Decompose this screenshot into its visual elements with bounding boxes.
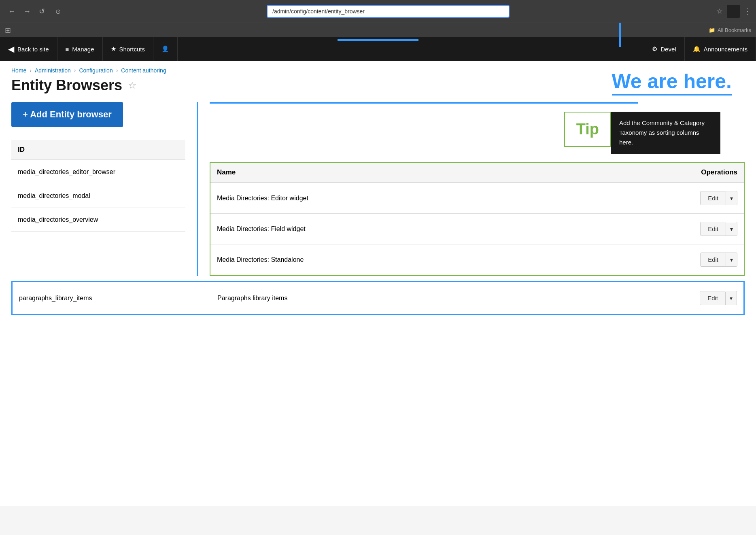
- edit-dropdown[interactable]: ▾: [726, 192, 737, 205]
- user-button[interactable]: 👤: [153, 37, 178, 61]
- apps-icon[interactable]: ⊞: [5, 26, 11, 35]
- table-row: Media Directories: Editor widget Edit ▾: [210, 183, 744, 214]
- devel-label: Devel: [660, 46, 676, 53]
- edit-button-group: Edit ▾: [700, 222, 737, 236]
- edit-dropdown[interactable]: ▾: [725, 292, 737, 305]
- address-bar[interactable]: [267, 5, 510, 18]
- page-title: Entity Browsers: [11, 77, 122, 94]
- tip-label: Tip: [576, 121, 599, 138]
- row-3-operations: Edit ▾: [571, 244, 744, 275]
- paragraphs-id-cell: paragraphs_library_items: [13, 282, 211, 314]
- breadcrumb-administration[interactable]: Administration: [35, 67, 71, 74]
- star-icon: ★: [111, 45, 116, 53]
- row-1-name: Media Directories: Editor widget: [210, 183, 571, 214]
- horizontal-divider: [210, 102, 638, 104]
- manage-button[interactable]: ≡ Manage: [57, 37, 103, 61]
- breadcrumb-sep-2: ›: [74, 67, 76, 74]
- edit-button-group: Edit ▾: [700, 291, 737, 305]
- page-layout: + Add Entity browser ID media_directorie…: [0, 102, 756, 276]
- edit-button[interactable]: Edit: [701, 253, 726, 266]
- row-3-name: Media Directories: Standalone: [210, 244, 571, 275]
- name-column-header: Name: [210, 163, 571, 183]
- back-button[interactable]: ←: [5, 6, 19, 17]
- row-1-operations: Edit ▾: [571, 183, 744, 214]
- gear-icon: ⚙: [652, 45, 657, 53]
- announcements-button[interactable]: 🔔 Announcements: [685, 37, 756, 61]
- we-are-here-underline: [612, 94, 732, 96]
- row-1-id: media_directories_editor_browser: [11, 160, 185, 184]
- highlighted-row-container: paragraphs_library_items Paragraphs libr…: [11, 281, 745, 315]
- reload-button[interactable]: ↺: [36, 5, 48, 17]
- row-2-name: Media Directories: Field widget: [210, 214, 571, 244]
- announcements-label: Announcements: [704, 46, 748, 53]
- row-2-operations: Edit ▾: [571, 214, 744, 244]
- user-icon: 👤: [161, 45, 169, 53]
- id-column-header: ID: [11, 140, 185, 160]
- edit-button[interactable]: Edit: [700, 291, 725, 305]
- back-to-site-label: Back to site: [17, 46, 49, 53]
- table-row: Media Directories: Standalone Edit ▾: [210, 244, 744, 275]
- favorite-icon[interactable]: ☆: [128, 80, 137, 91]
- we-are-here-text: We are here.: [612, 70, 732, 93]
- add-entity-browser-button[interactable]: + Add Entity browser: [11, 102, 123, 127]
- breadcrumb-configuration[interactable]: Configuration: [79, 67, 113, 74]
- back-to-site-button[interactable]: ◀ Back to site: [0, 37, 57, 61]
- shortcuts-label: Shortcuts: [119, 46, 145, 53]
- tip-area: Tip Add the Community & Category Taxonom…: [210, 112, 745, 154]
- browser-chrome: ← → ↺ ⊙ ☆ ⋮: [0, 0, 756, 23]
- highlighted-table-row: paragraphs_library_items Paragraphs libr…: [13, 282, 743, 314]
- shortcuts-button[interactable]: ★ Shortcuts: [103, 37, 153, 61]
- devel-button[interactable]: ⚙ Devel: [644, 37, 684, 61]
- table-row: media_directories_editor_browser: [11, 160, 185, 184]
- tip-tooltip: Add the Community & Category Taxonomy as…: [611, 112, 720, 154]
- edit-button-group: Edit ▾: [700, 253, 737, 267]
- table-row: media_directories_modal: [11, 184, 185, 208]
- table-row: media_directories_overview: [11, 208, 185, 232]
- profile-avatar: [727, 5, 740, 18]
- main-content: Home › Administration › Configuration › …: [0, 61, 756, 506]
- right-column: Tip Add the Community & Category Taxonom…: [198, 102, 756, 276]
- edit-button-group: Edit ▾: [700, 191, 737, 205]
- operations-column-header: Operations: [571, 163, 744, 183]
- edit-button[interactable]: Edit: [701, 191, 726, 205]
- manage-icon: ≡: [66, 46, 69, 53]
- breadcrumb-sep-3: ›: [116, 67, 118, 74]
- green-bordered-table: Name Operations Media Directories: Edito…: [210, 162, 745, 276]
- all-bookmarks-label[interactable]: All Bookmarks: [718, 27, 751, 33]
- bookmarks-bar: ⊞ 📁 All Bookmarks: [0, 23, 756, 37]
- bookmark-icon[interactable]: ☆: [716, 7, 723, 16]
- edit-dropdown[interactable]: ▾: [726, 223, 737, 236]
- browser-menu-icon[interactable]: ⋮: [744, 7, 751, 16]
- table-row: Media Directories: Field widget Edit ▾: [210, 214, 744, 244]
- row-3-id: media_directories_overview: [11, 208, 185, 232]
- browser-nav: ← → ↺: [5, 5, 48, 17]
- bell-icon: 🔔: [693, 45, 701, 53]
- edit-dropdown[interactable]: ▾: [726, 253, 737, 266]
- paragraphs-operations-cell: Edit ▾: [543, 282, 743, 314]
- breadcrumb-home[interactable]: Home: [11, 67, 26, 74]
- back-arrow-icon: ◀: [8, 44, 14, 54]
- tip-box: Tip: [564, 112, 611, 147]
- settings-icon[interactable]: ⊙: [52, 6, 64, 17]
- row-2-id: media_directories_modal: [11, 184, 185, 208]
- forward-button[interactable]: →: [20, 6, 34, 17]
- edit-button[interactable]: Edit: [701, 222, 726, 236]
- paragraphs-name-cell: Paragraphs library items: [211, 282, 543, 314]
- manage-label: Manage: [72, 46, 94, 53]
- left-column: + Add Entity browser ID media_directorie…: [0, 102, 198, 276]
- breadcrumb-sep-1: ›: [30, 67, 32, 74]
- breadcrumb-content-authoring[interactable]: Content authoring: [121, 67, 166, 74]
